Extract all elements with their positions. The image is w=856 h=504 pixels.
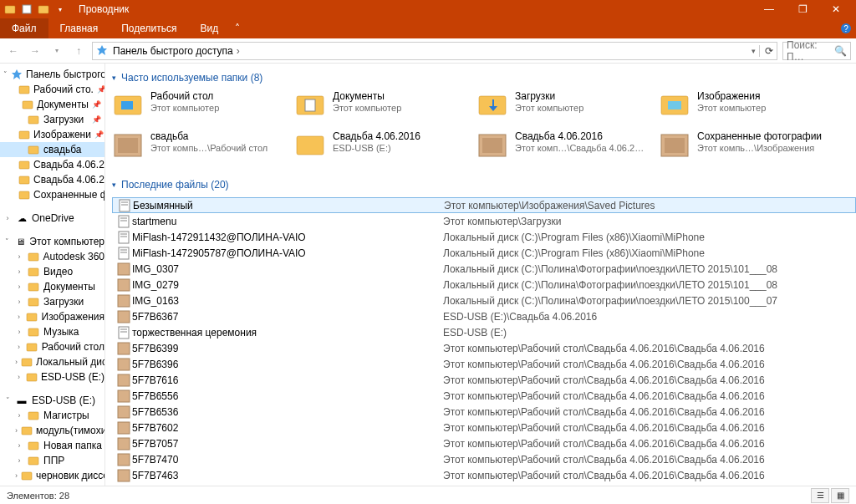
- address-dropdown-icon[interactable]: ▾: [752, 47, 756, 55]
- thumbnails-view-button[interactable]: ▦: [831, 488, 849, 503]
- quick-access-node[interactable]: ˅ Панель быстрого: [0, 67, 104, 82]
- sidebar-item[interactable]: ›Autodesk 360: [0, 249, 104, 264]
- properties-icon[interactable]: [20, 3, 33, 16]
- recent-file-row[interactable]: IMG_0163Локальный диск (C:)\Полина\Фотог…: [112, 293, 856, 308]
- expand-icon[interactable]: ›: [15, 373, 23, 381]
- expand-icon[interactable]: ˅: [3, 396, 12, 405]
- collapse-icon[interactable]: ▾: [112, 181, 116, 189]
- frequent-folders-header[interactable]: ▾ Часто используемые папки (8): [112, 72, 856, 84]
- sidebar-item[interactable]: ›Локальный дис: [0, 354, 104, 369]
- expand-icon[interactable]: ›: [15, 267, 23, 276]
- breadcrumb[interactable]: Панель быстрого доступа: [113, 45, 233, 57]
- nav-back-button[interactable]: ←: [5, 43, 22, 59]
- sidebar-item[interactable]: ›Изображения: [0, 309, 104, 324]
- expand-icon[interactable]: ›: [15, 252, 23, 261]
- sidebar-item[interactable]: ›ППР: [0, 453, 104, 468]
- expand-icon[interactable]: ›: [3, 214, 12, 222]
- address-bar[interactable]: Панель быстрого доступа › ▾ ⟳: [92, 42, 777, 60]
- tab-share[interactable]: Поделиться: [110, 18, 188, 38]
- recent-file-row[interactable]: IMG_0279Локальный диск (C:)\Полина\Фотог…: [112, 277, 856, 293]
- frequent-folder-item[interactable]: свадьбаЭтот компь…\Рабочий стол: [112, 130, 288, 167]
- refresh-icon[interactable]: ⟳: [759, 45, 773, 57]
- collapse-icon[interactable]: ▾: [112, 74, 116, 82]
- expand-icon[interactable]: ˅: [3, 70, 8, 79]
- frequent-folder-item[interactable]: Свадьба 4.06.2016Этот комп…\Свадьба 4.06…: [476, 130, 652, 167]
- sidebar-item[interactable]: ›модуль(тимохи: [0, 423, 104, 438]
- frequent-folder-item[interactable]: ЗагрузкиЭтот компьютер: [476, 90, 652, 127]
- thispc-node[interactable]: ˅ 🖥 Этот компьютер: [0, 234, 104, 249]
- expand-icon[interactable]: ›: [15, 411, 23, 420]
- recent-file-row[interactable]: startmenuЭтот компьютер\Загрузки: [112, 213, 856, 229]
- recent-file-row[interactable]: 5F7B6399Этот компьютер\Рабочий стол\Свад…: [112, 340, 856, 356]
- expand-icon[interactable]: ›: [15, 471, 18, 480]
- sidebar-item[interactable]: ›Музыка: [0, 324, 104, 339]
- recent-file-row[interactable]: 5F7B6396Этот компьютер\Рабочий стол\Свад…: [112, 356, 856, 372]
- sidebar-item[interactable]: ›Рабочий стол: [0, 339, 104, 354]
- frequent-folder-item[interactable]: Свадьба 4.06.2016ESD-USB (E:): [294, 130, 470, 167]
- sidebar-item[interactable]: ›Магистры: [0, 408, 104, 423]
- sidebar-item[interactable]: ›Новая папка: [0, 438, 104, 453]
- expand-icon[interactable]: ›: [15, 313, 23, 321]
- recent-file-row[interactable]: БезымянныйЭтот компьютер\Изображения\Sav…: [112, 197, 856, 213]
- maximize-button[interactable]: ❐: [786, 0, 819, 18]
- recent-file-row[interactable]: 5F7B6536Этот компьютер\Рабочий стол\Свад…: [112, 404, 856, 420]
- recent-file-row[interactable]: MiFlash-1472905787@ПОЛИНА-VAIOЛокальный …: [112, 245, 856, 261]
- tab-home[interactable]: Главная: [48, 18, 110, 38]
- expand-icon[interactable]: ›: [15, 343, 23, 351]
- frequent-folder-item[interactable]: ДокументыЭтот компьютер: [294, 90, 470, 127]
- recent-file-row[interactable]: IMG_0307Локальный диск (C:)\Полина\Фотог…: [112, 261, 856, 277]
- recent-file-row[interactable]: 5F7B7463Этот компьютер\Рабочий стол\Свад…: [112, 467, 856, 483]
- esd-node[interactable]: ˅ ▬ ESD-USB (E:): [0, 393, 104, 408]
- sidebar-item[interactable]: ›ESD-USB (E:): [0, 369, 104, 384]
- sidebar-item[interactable]: Документы📌: [0, 97, 104, 112]
- nav-recent-dropdown[interactable]: ▾: [48, 43, 65, 59]
- sidebar-item[interactable]: Изображени📌: [0, 127, 104, 142]
- onedrive-node[interactable]: › ☁ OneDrive: [0, 211, 104, 226]
- expand-icon[interactable]: ›: [15, 358, 18, 366]
- recent-file-row[interactable]: 5F7B7470Этот компьютер\Рабочий стол\Свад…: [112, 451, 856, 467]
- expand-icon[interactable]: ›: [15, 441, 23, 450]
- recent-file-row[interactable]: 5F7B7602Этот компьютер\Рабочий стол\Свад…: [112, 420, 856, 435]
- close-button[interactable]: ✕: [819, 0, 853, 18]
- ribbon-collapse-icon[interactable]: ˄: [230, 18, 245, 38]
- breadcrumb-sep-icon[interactable]: ›: [237, 45, 240, 57]
- minimize-button[interactable]: —: [752, 0, 786, 18]
- expand-icon[interactable]: ›: [15, 283, 23, 291]
- expand-icon[interactable]: ›: [15, 426, 18, 435]
- sidebar-item[interactable]: Свадьба 4.06.20: [0, 157, 104, 172]
- sidebar-item[interactable]: Рабочий сто.📌: [0, 82, 104, 97]
- recent-file-row[interactable]: торжественная церемонияESD-USB (E:): [112, 324, 856, 340]
- nav-forward-button[interactable]: →: [27, 43, 43, 59]
- sidebar-item[interactable]: Свадьба 4.06.20: [0, 172, 104, 187]
- frequent-folder-item[interactable]: Рабочий столЭтот компьютер: [112, 90, 288, 127]
- sidebar-item[interactable]: свадьба: [0, 142, 104, 157]
- recent-file-row[interactable]: MiFlash-1472911432@ПОЛИНА-VAIOЛокальный …: [112, 229, 856, 245]
- nav-up-button[interactable]: ↑: [70, 43, 87, 59]
- expand-icon[interactable]: ˅: [3, 237, 11, 246]
- recent-file-row[interactable]: 5F7B7616Этот компьютер\Рабочий стол\Свад…: [112, 372, 856, 388]
- sidebar-item[interactable]: Сохраненные ф: [0, 187, 104, 202]
- expand-icon[interactable]: ›: [15, 328, 23, 336]
- expand-icon[interactable]: ›: [15, 456, 23, 465]
- sidebar-item[interactable]: ›Загрузки: [0, 294, 104, 309]
- sidebar-item[interactable]: ›Видео: [0, 264, 104, 279]
- sidebar-item[interactable]: ›Документы: [0, 279, 104, 294]
- details-view-button[interactable]: ☰: [811, 488, 829, 503]
- recent-file-row[interactable]: 5F7B6556Этот компьютер\Рабочий стол\Свад…: [112, 388, 856, 404]
- file-path: Локальный диск (C:)\Полина\Фотографии\по…: [443, 295, 856, 307]
- recent-file-row[interactable]: 5F7B7057Этот компьютер\Рабочий стол\Свад…: [112, 435, 856, 451]
- sidebar-item[interactable]: Загрузки📌: [0, 112, 104, 127]
- recent-file-row[interactable]: 5F7B6367ESD-USB (E:)\Свадьба 4.06.2016: [112, 308, 856, 324]
- tab-view[interactable]: Вид: [188, 18, 230, 38]
- search-input[interactable]: Поиск: П… 🔍: [782, 42, 851, 60]
- new-folder-icon[interactable]: [37, 3, 50, 16]
- recent-files-header[interactable]: ▾ Последние файлы (20): [112, 179, 856, 191]
- svg-rect-7: [19, 86, 29, 94]
- sidebar-item[interactable]: ›черновик диссе: [0, 468, 104, 483]
- expand-icon[interactable]: ›: [15, 298, 23, 306]
- frequent-folder-item[interactable]: Сохраненные фотографииЭтот компь…\Изобра…: [659, 130, 834, 167]
- frequent-folder-item[interactable]: ИзображенияЭтот компьютер: [659, 90, 834, 127]
- file-tab[interactable]: Файл: [0, 18, 48, 38]
- qat-dropdown-icon[interactable]: ▾: [54, 3, 67, 16]
- help-icon[interactable]: ?: [836, 18, 856, 38]
